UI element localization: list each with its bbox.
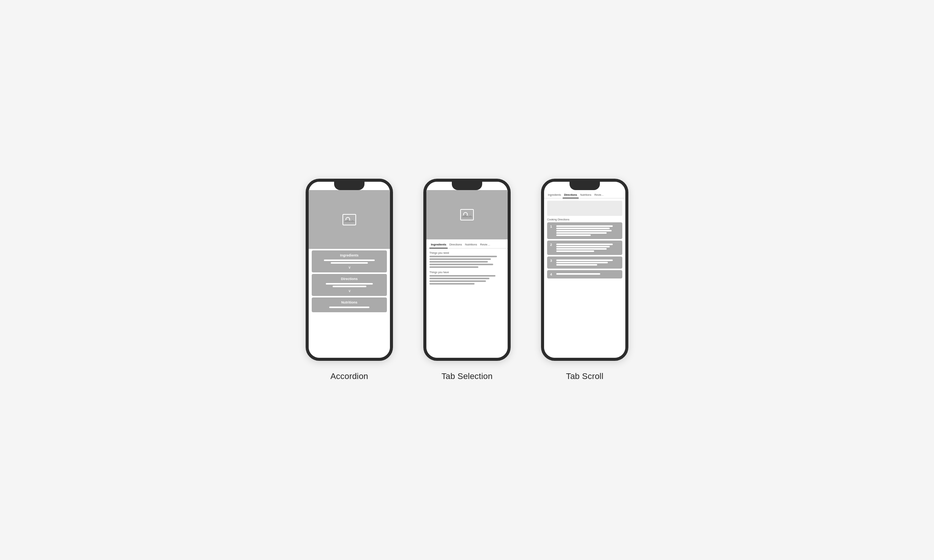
left-button-2 [541,227,542,237]
tab-selection-hero-image [426,190,508,239]
tab-ingredients[interactable]: Ingredients [429,242,448,249]
step-2-card: 2 [547,241,622,255]
step-1-card: 1 [547,222,622,239]
tab-selection-phone: Ingredients Directions Nutritions Revie…… [423,179,511,361]
ts-line [556,230,612,231]
acc-line [333,286,366,287]
accordion-nutritions-title: Nutritions [316,300,383,304]
step-3-number: 3 [550,259,554,263]
cooking-directions-label: Cooking Directions [547,218,622,221]
acc-line [326,283,373,285]
tab-scroll-phone: Ingredients Directions Nutritions Revie…… [541,179,628,361]
things-you-need-label: Things you need [429,252,505,254]
step-4-card: 4 [547,270,622,278]
step-4-lines [556,272,619,275]
image-icon [342,214,356,225]
tab-directions[interactable]: Directions [448,242,463,248]
ts-line [556,225,613,227]
tab-line [429,256,497,257]
accordion-phone: Ingredients ∨ Directions ∨ Nutritions [306,179,393,361]
chevron-down-icon: ∨ [316,265,383,269]
accordion-hero-image [309,190,390,249]
right-button [392,220,393,239]
tab-selection-label: Tab Selection [442,371,493,381]
left-button-1 [306,212,306,223]
chevron-down-icon: ∨ [316,289,383,293]
ts-line [556,264,597,266]
accordion-ingredients-title: Ingredients [316,253,383,257]
accordion-container: Ingredients ∨ Directions ∨ Nutritions [306,179,393,381]
ts-line [556,246,610,247]
tab-line [429,266,478,268]
left-button-2 [306,227,306,237]
accordion-directions-title: Directions [316,277,383,281]
tab-scroll-label: Tab Scroll [566,371,604,381]
tab-selection-container: Ingredients Directions Nutritions Revie…… [423,179,511,381]
step-4-number: 4 [550,272,554,276]
step-1-lines [556,225,619,237]
tab-nutritions[interactable]: Nutritions [464,242,479,248]
ts-tab-directions[interactable]: Directions [563,192,579,198]
acc-line [329,307,370,308]
tab-scroll-container: Ingredients Directions Nutritions Revie…… [541,179,628,381]
ts-line [556,232,607,234]
step-2-lines [556,243,619,253]
tab-scroll-tabs-bar: Ingredients Directions Nutritions Revie… [544,190,625,198]
step-1-number: 1 [550,225,554,228]
tab-line [429,264,493,265]
tab-line [429,280,486,282]
image-icon [460,209,474,220]
showcase: Ingredients ∨ Directions ∨ Nutritions [306,179,628,381]
tab-selection-content: Things you need Things you have [426,249,508,288]
tab-selection-screen: Ingredients Directions Nutritions Revie…… [426,182,508,358]
ts-tab-ingredients[interactable]: Ingredients [546,192,563,198]
ts-line [556,262,608,263]
tab-line [429,261,488,263]
accordion-screen: Ingredients ∨ Directions ∨ Nutritions [309,182,390,358]
ts-line [556,250,594,252]
accordion-label: Accordion [330,371,368,381]
ts-hero-placeholder [547,201,622,216]
tab-reviews[interactable]: Revie… [478,242,492,248]
tab-scroll-screen: Ingredients Directions Nutritions Revie…… [544,182,625,358]
ts-line [556,228,610,229]
right-button [510,220,511,239]
right-button [628,220,628,239]
step-3-card: 3 [547,256,622,269]
acc-line [324,260,375,261]
tab-line [429,283,475,285]
ts-line [556,244,613,245]
step-2-number: 2 [550,243,554,247]
step-3-lines [556,259,619,266]
left-button-1 [541,212,542,223]
accordion-ingredients-section[interactable]: Ingredients ∨ [312,250,387,272]
accordion-directions-section[interactable]: Directions ∨ [312,274,387,296]
ts-line [556,260,613,261]
tab-selection-tabs-bar: Ingredients Directions Nutritions Revie… [426,239,508,249]
left-button-2 [423,227,424,237]
things-you-have-label: Things you have [429,271,505,274]
accordion-nutritions-section[interactable]: Nutritions [312,297,387,312]
left-button-1 [423,212,424,223]
tab-line [429,278,489,279]
ts-tab-nutritions[interactable]: Nutritions [579,192,593,198]
ts-line [556,273,600,275]
tab-line [429,258,491,260]
acc-line [331,262,368,264]
ts-line [556,248,607,250]
ts-tab-reviews[interactable]: Revie… [593,192,605,198]
tab-line [429,275,495,277]
ts-line [556,234,591,236]
